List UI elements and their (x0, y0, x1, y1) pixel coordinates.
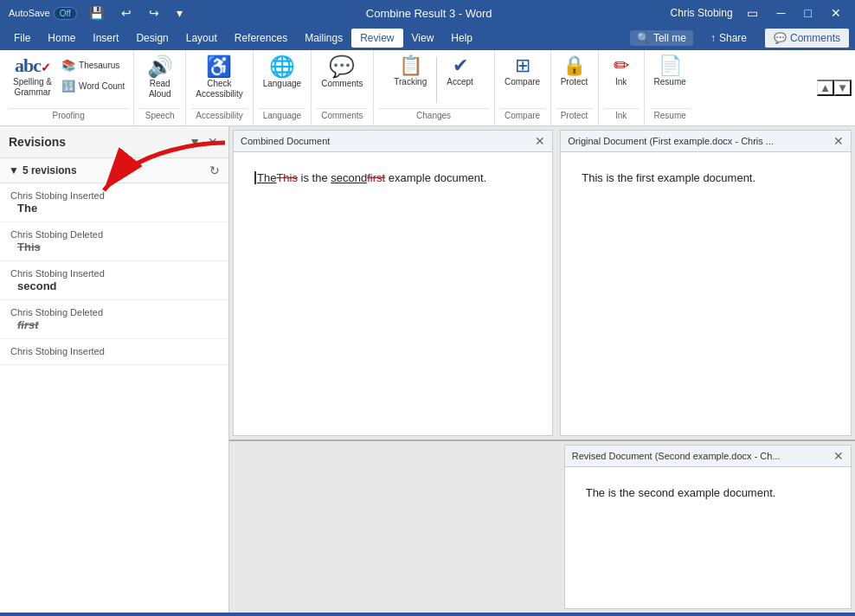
word-count-btn[interactable]: 🔢 Word Count (58, 78, 128, 94)
menu-review[interactable]: Review (351, 29, 402, 48)
text-example-doc: example document. (385, 171, 486, 184)
menu-references[interactable]: References (226, 29, 296, 48)
save-button[interactable]: 💾 (84, 4, 109, 22)
original-document-panel: Original Document (First example.docx - … (560, 130, 852, 436)
combined-doc-content: TheThis is the secondfirst example docum… (234, 152, 552, 435)
language-label: Language (259, 108, 306, 122)
menu-view[interactable]: View (403, 29, 443, 48)
menu-mailings[interactable]: Mailings (296, 29, 351, 48)
revisions-close-btn[interactable]: ✕ (206, 133, 220, 151)
menu-layout[interactable]: Layout (177, 29, 226, 48)
autosave-section[interactable]: AutoSave Off (9, 7, 77, 20)
thesaurus-btn[interactable]: 📚 Chris Stobing Thesaurus (58, 57, 128, 74)
text-first: first (367, 171, 385, 184)
revisions-refresh-btn[interactable]: ↻ (209, 164, 220, 177)
comments-ribbon-btn[interactable]: 💬 Comments (317, 54, 367, 92)
comments-button[interactable]: 💬 Comments (764, 28, 850, 48)
menu-home[interactable]: Home (39, 29, 84, 48)
list-item[interactable]: Chris Stobing Deleted first (0, 300, 228, 339)
resume-icon: 📄 (659, 56, 682, 75)
menu-insert[interactable]: Insert (84, 29, 127, 48)
speech-label: Speech (139, 108, 180, 122)
maximize-btn[interactable]: □ (800, 4, 817, 22)
ribbon-group-resume: 📄 Resume Resume (645, 50, 696, 125)
ribbon-scroll-up-btn[interactable]: ▲ (817, 80, 834, 96)
autosave-toggle[interactable]: Off (54, 7, 77, 20)
title-bar: AutoSave Off 💾 ↩ ↪ ▾ Combine Result 3 - … (0, 0, 855, 26)
ribbon-group-language: 🌐 Language Language (254, 50, 312, 125)
list-item[interactable]: Chris Stobing Deleted This (0, 222, 228, 261)
revised-doc-text: The is the second example document. (586, 486, 776, 499)
customize-qat-button[interactable]: ▾ (171, 4, 188, 22)
menu-file[interactable]: File (5, 29, 39, 48)
ribbon-group-comments: 💬 Comments Comments (312, 50, 373, 125)
compare-label: Compare (500, 108, 545, 122)
protect-btn[interactable]: 🔒 Protect (556, 54, 593, 90)
ink-btn[interactable]: ✏ Ink (604, 54, 639, 90)
window-title: Combine Result 3 - Word (366, 7, 492, 20)
menu-design[interactable]: Design (127, 29, 177, 48)
language-icon: 🌐 (269, 56, 295, 77)
protect-label: Protect (556, 108, 593, 122)
ribbon-scroll-down-btn[interactable]: ▼ (834, 80, 852, 96)
original-doc-content: This is the first example document. (561, 152, 851, 435)
share-button[interactable]: ↑ Share (700, 29, 757, 48)
undo-button[interactable]: ↩ (116, 4, 137, 22)
revisions-chevron-btn[interactable]: ▼ (187, 133, 202, 151)
revisions-list: Chris Stobing Inserted The Chris Stobing… (0, 183, 228, 613)
ribbon-group-accessibility: ♿ CheckAccessibility Accessibility (186, 50, 253, 125)
list-item[interactable]: Chris Stobing Inserted (0, 339, 228, 365)
tracking-btn[interactable]: 📋 Tracking (389, 54, 431, 90)
ribbon-group-speech: 🔊 ReadAloud Speech (134, 50, 186, 125)
accept-btn[interactable]: ✔ Accept (442, 54, 478, 90)
ribbon-display-btn[interactable]: ▭ (742, 4, 763, 22)
close-btn[interactable]: ✕ (826, 4, 846, 22)
revised-document-panel: Revised Document (Second example.docx - … (564, 445, 852, 609)
username: Chris Stobing (671, 7, 733, 19)
revision-word: first (10, 318, 218, 331)
bottom-doc-row: Revised Document (Second example.docx - … (229, 440, 855, 613)
ribbon-group-changes: 📋 Tracking ✔ Accept Changes (374, 50, 495, 125)
revision-author: Chris Stobing Deleted (10, 229, 218, 240)
list-item[interactable]: Chris Stobing Inserted The (0, 183, 228, 222)
ribbon-group-ink: ✏ Ink Ink (599, 50, 645, 125)
compare-icon: ⊞ (515, 56, 530, 75)
original-doc-text: This is the first example document. (582, 171, 755, 184)
redo-button[interactable]: ↪ (144, 4, 164, 22)
original-doc-close-btn[interactable]: ✕ (833, 134, 844, 148)
menu-help[interactable]: Help (442, 29, 481, 48)
revision-author: Chris Stobing Inserted (10, 268, 218, 279)
revisions-panel-header: Revisions ▼ ✕ (0, 126, 228, 158)
revision-author: Chris Stobing Deleted (10, 307, 218, 318)
revision-author: Chris Stobing Inserted (10, 190, 218, 201)
check-accessibility-btn[interactable]: ♿ CheckAccessibility (191, 54, 247, 102)
spelling-grammar-btn[interactable]: abc✓ Spelling &Grammar (9, 54, 56, 100)
combined-doc-header: Combined Document ✕ (234, 131, 552, 152)
tracking-icon: 📋 (399, 56, 422, 75)
status-bar: wsxdn.com (0, 613, 855, 616)
accessibility-label: Accessibility (191, 108, 247, 122)
accessibility-icon: ♿ (206, 56, 232, 77)
spelling-icon: abc✓ (15, 56, 50, 75)
read-aloud-btn[interactable]: 🔊 ReadAloud (143, 54, 177, 102)
revision-word: This (10, 241, 218, 253)
combined-doc-close-btn[interactable]: ✕ (535, 134, 545, 148)
title-bar-right: Chris Stobing ▭ ─ □ ✕ (671, 4, 846, 22)
revised-doc-header: Revised Document (Second example.docx - … (565, 446, 851, 467)
revised-doc-close-btn[interactable]: ✕ (833, 449, 844, 463)
compare-btn[interactable]: ⊞ Compare (500, 54, 544, 90)
original-doc-header: Original Document (First example.docx - … (561, 131, 851, 152)
docs-area: Combined Document ✕ TheThis is the secon… (229, 126, 855, 613)
list-item[interactable]: Chris Stobing Inserted second (0, 261, 228, 300)
resume-btn[interactable]: 📄 Resume (650, 54, 691, 90)
minimize-btn[interactable]: ─ (772, 4, 791, 22)
expand-icon[interactable]: ▼ (9, 164, 19, 176)
language-btn[interactable]: 🌐 Language (259, 54, 306, 92)
changes-label: Changes (379, 108, 489, 122)
autosave-label: AutoSave (9, 8, 50, 18)
thesaurus-icon: 📚 (61, 59, 75, 72)
revised-doc-title: Revised Document (Second example.docx - … (572, 451, 781, 461)
original-doc-title: Original Document (First example.docx - … (568, 136, 774, 146)
combined-doc-title: Combined Document (241, 136, 330, 146)
ribbon-group-proofing: abc✓ Spelling &Grammar 📚 Chris Stobing T… (3, 50, 134, 125)
